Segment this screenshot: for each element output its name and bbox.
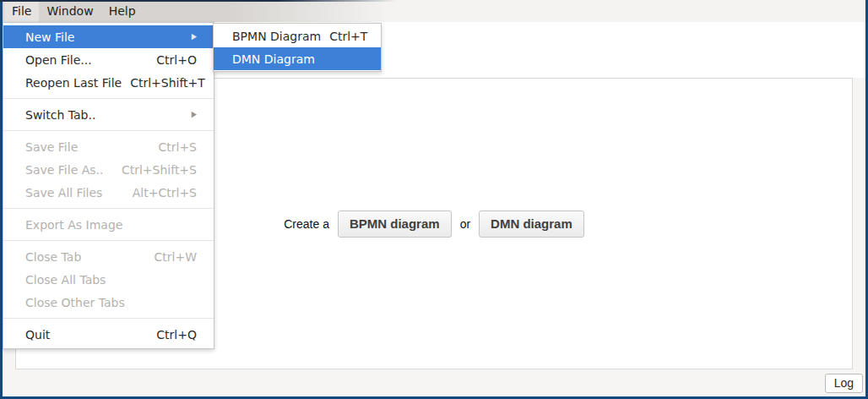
menu-item-label: Close Other Tabs — [25, 296, 125, 309]
menu-item-label: BPMN Diagram — [232, 30, 321, 43]
create-diagram-row: Create a BPMN diagram or DMN diagram — [284, 210, 584, 238]
create-prefix-text: Create a — [284, 217, 329, 231]
menu-separator — [3, 240, 214, 241]
menubar-item-window[interactable]: Window — [39, 0, 100, 22]
menu-item-open-file[interactable]: Open File... Ctrl+O — [3, 48, 214, 71]
menu-item-save-all-files: Save All Files Alt+Ctrl+S — [3, 181, 214, 204]
log-button[interactable]: Log — [825, 374, 863, 393]
menu-item-label: Quit — [25, 328, 50, 342]
menu-item-quit[interactable]: Quit Ctrl+Q — [3, 323, 214, 346]
menu-item-label: Close All Tabs — [25, 273, 106, 287]
menu-item-accel: Ctrl+W — [146, 250, 197, 264]
file-menu: New File ▶ Open File... Ctrl+O Reopen La… — [3, 22, 214, 349]
menu-item-close-tab: Close Tab Ctrl+W — [3, 245, 214, 268]
menu-bar: File Window Help — [3, 0, 865, 22]
menu-separator — [3, 130, 214, 131]
menu-item-accel: Ctrl+Q — [148, 328, 197, 342]
menubar-help-label: Help — [109, 4, 136, 18]
create-dmn-diagram-button[interactable]: DMN diagram — [479, 210, 584, 238]
menu-item-accel: Ctrl+Shift+S — [113, 163, 197, 177]
menu-item-label: Save All Files — [25, 186, 102, 200]
menu-item-label: Save File — [25, 140, 78, 154]
or-text: or — [460, 217, 470, 231]
menu-item-accel: Ctrl+S — [149, 140, 197, 154]
window-content: File Window Help Create a BPMN diagram o… — [3, 0, 865, 396]
menu-item-label: Reopen Last File — [25, 76, 122, 90]
submenu-item-dmn-diagram[interactable]: DMN Diagram — [214, 47, 381, 70]
menu-item-new-file[interactable]: New File ▶ — [3, 25, 214, 48]
menu-item-save-file-as: Save File As.. Ctrl+Shift+S — [3, 158, 214, 181]
status-bar: Log — [3, 369, 865, 396]
create-bpmn-diagram-button[interactable]: BPMN diagram — [338, 210, 452, 238]
submenu-arrow-icon: ▶ — [192, 32, 197, 41]
menubar-window-label: Window — [46, 4, 93, 18]
new-file-submenu: BPMN Diagram Ctrl+T DMN Diagram — [213, 23, 382, 72]
window-top-border — [0, 0, 397, 2]
menu-separator — [3, 318, 214, 319]
menu-item-switch-tab[interactable]: Switch Tab.. ▶ — [3, 103, 214, 126]
menu-item-label: Save File As.. — [25, 163, 103, 177]
menubar-file-label: File — [12, 4, 31, 18]
submenu-item-bpmn-diagram[interactable]: BPMN Diagram Ctrl+T — [214, 25, 381, 47]
menu-item-export-as-image: Export As Image — [3, 213, 214, 236]
menu-item-accel: Ctrl+T — [321, 30, 367, 43]
app-window: File Window Help Create a BPMN diagram o… — [0, 0, 868, 399]
menu-item-close-other-tabs: Close Other Tabs — [3, 291, 214, 314]
menu-separator — [3, 208, 214, 209]
menu-item-close-all-tabs: Close All Tabs — [3, 268, 214, 291]
menu-item-save-file: Save File Ctrl+S — [3, 135, 214, 158]
submenu-arrow-icon: ▶ — [192, 110, 197, 118]
menu-item-label: New File — [25, 30, 74, 44]
menubar-item-help[interactable]: Help — [101, 0, 144, 22]
menu-item-accel: Ctrl+Shift+T — [122, 76, 205, 90]
menu-item-accel: Ctrl+O — [148, 53, 197, 67]
menubar-item-file[interactable]: File — [4, 0, 39, 22]
menu-item-label: Open File... — [25, 53, 92, 67]
menu-item-reopen-last-file[interactable]: Reopen Last File Ctrl+Shift+T — [3, 71, 214, 94]
menu-item-accel: Alt+Ctrl+S — [124, 186, 197, 200]
menu-separator — [3, 98, 214, 99]
menu-item-label: Close Tab — [25, 250, 81, 264]
menu-item-label: Switch Tab.. — [25, 108, 95, 122]
menu-item-label: DMN Diagram — [232, 52, 315, 66]
menu-item-label: Export As Image — [25, 218, 122, 232]
